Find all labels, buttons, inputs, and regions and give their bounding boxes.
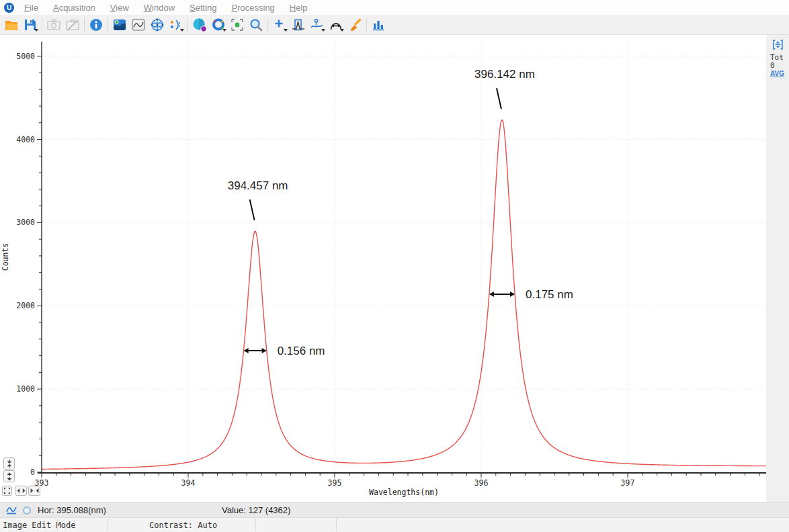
fwhm-label-2: 0.175 nm [526, 288, 573, 301]
menu-bar: U FileAcquisitionViewWindowSettingProces… [0, 0, 789, 15]
image-view-icon [112, 17, 127, 32]
zoom-search-icon [249, 17, 263, 32]
profile-points-button[interactable] [167, 16, 185, 34]
peak-search-dropdown-caret[interactable] [321, 29, 325, 32]
peak-leader-line-2 [497, 88, 501, 109]
spectrum-plot[interactable]: 393394395396397010002000300040005000Wave… [0, 35, 766, 502]
camera-button [44, 16, 63, 34]
fit-all-button[interactable] [2, 486, 12, 496]
color-sphere-icon [192, 17, 207, 32]
x-tick-label: 395 [328, 478, 342, 488]
app-logo-icon: U [4, 3, 14, 13]
tot-value: 0 [766, 62, 789, 70]
menu-help[interactable]: Help [282, 1, 315, 14]
color-ring-dropdown-caret[interactable] [222, 29, 226, 32]
y-expand-button[interactable] [3, 470, 15, 482]
plot-area: 393394395396397010002000300040005000Wave… [0, 35, 789, 502]
zoom-search-button[interactable] [247, 16, 265, 34]
y-compress-icon [6, 459, 13, 468]
x-expand-button[interactable] [15, 486, 27, 496]
info-icon [89, 17, 103, 32]
mode-bar-separator [108, 519, 108, 531]
fwhm-measure-button[interactable] [327, 16, 345, 34]
toolbar-separator [42, 18, 42, 32]
peak-search-button[interactable] [308, 16, 327, 34]
clear-annotations-button[interactable] [345, 16, 364, 34]
peak-leader-line-1 [250, 200, 255, 220]
camera-off-icon [65, 17, 80, 32]
menu-view[interactable]: View [103, 1, 136, 14]
menu-processing[interactable]: Processing [224, 1, 282, 14]
split-view-icon [772, 39, 784, 50]
fwhm-arrowhead-right-2 [510, 292, 515, 297]
fwhm-arrowhead-left-1 [244, 348, 249, 353]
y-tick-label: 2000 [16, 301, 35, 310]
add-marker-button[interactable] [270, 16, 289, 34]
x-tick-label: 397 [621, 478, 635, 488]
info-button[interactable] [87, 16, 106, 34]
x-compress-icon [30, 488, 39, 494]
fwhm-arrowhead-right-1 [262, 348, 267, 353]
y-tick-label: 4000 [16, 135, 35, 144]
color-ring-button[interactable] [209, 16, 228, 34]
menu-window[interactable]: Window [136, 1, 182, 14]
open-folder-button[interactable] [2, 16, 21, 34]
add-marker-dropdown-caret[interactable] [284, 29, 288, 32]
cursor-mode-icon[interactable] [22, 506, 32, 517]
y-tick-label: 0 [30, 468, 35, 477]
menu-file[interactable]: File [17, 1, 46, 14]
x-tick-label: 396 [474, 478, 489, 488]
y-expand-icon [6, 472, 13, 481]
clear-annotations-icon [347, 17, 362, 32]
mode-bar-separator [336, 519, 337, 531]
y-axis-label: Counts [1, 243, 10, 271]
histogram-button[interactable] [369, 16, 388, 34]
mode-bar-separator [57, 519, 58, 531]
color-sphere-button[interactable] [190, 16, 209, 34]
line-plot-view-button[interactable] [129, 16, 148, 34]
toolbar-separator [84, 18, 85, 32]
fwhm-measure-dropdown-caret[interactable] [340, 29, 344, 32]
toolbar [0, 15, 789, 35]
roi-focus-icon [230, 17, 245, 32]
fwhm-label-1: 0.156 nm [278, 345, 325, 357]
peak-area-button[interactable] [289, 16, 308, 34]
mesh-3d-view-icon [150, 17, 165, 32]
y-compress-button[interactable] [3, 457, 15, 470]
open-folder-icon [4, 17, 19, 32]
x-compress-button[interactable] [28, 486, 40, 496]
split-view-button[interactable] [771, 38, 784, 51]
line-plot-view-icon [131, 17, 146, 32]
status-bar: Hor: 395.088(nm) Value: 127 (4362) [0, 502, 789, 517]
menu-acquisition[interactable]: Acquisition [46, 1, 103, 14]
spectrum-line [42, 120, 766, 470]
menu-items: FileAcquisitionViewWindowSettingProcessi… [17, 1, 315, 14]
plot-mode-icon[interactable] [5, 504, 17, 517]
fit-all-icon [3, 487, 11, 494]
y-tick-label: 5000 [16, 52, 35, 61]
fwhm-arrowhead-left-2 [489, 292, 494, 297]
roi-focus-button[interactable] [228, 16, 247, 34]
save-dropdown-caret[interactable] [34, 29, 38, 32]
y-tick-label: 1000 [16, 384, 35, 394]
x-axis-label: Wavelengths(nm) [369, 488, 439, 497]
horizontal-readout: Hor: 395.088(nm) [38, 505, 106, 515]
edit-mode-label: Image Edit Mode [3, 521, 75, 530]
menu-setting[interactable]: Setting [182, 1, 224, 14]
right-panel: Tot 0 AVG [766, 35, 789, 502]
peak-label-2: 396.142 nm [474, 68, 535, 81]
avg-toggle[interactable]: AVG [766, 70, 789, 78]
histogram-icon [371, 17, 386, 32]
mode-bar-separator [255, 519, 256, 531]
x-tick-label: 394 [181, 478, 196, 488]
mode-bar: Image Edit Mode Contrast: Auto [0, 517, 789, 532]
save-button[interactable] [21, 16, 40, 34]
y-tick-label: 3000 [16, 218, 35, 227]
toolbar-separator [267, 18, 268, 32]
value-readout: Value: 127 (4362) [222, 505, 290, 515]
image-view-button[interactable] [110, 16, 129, 34]
profile-points-dropdown-caret[interactable] [180, 29, 184, 32]
mesh-3d-view-button[interactable] [148, 16, 167, 34]
camera-off-button [63, 16, 82, 34]
toolbar-separator [188, 18, 188, 32]
